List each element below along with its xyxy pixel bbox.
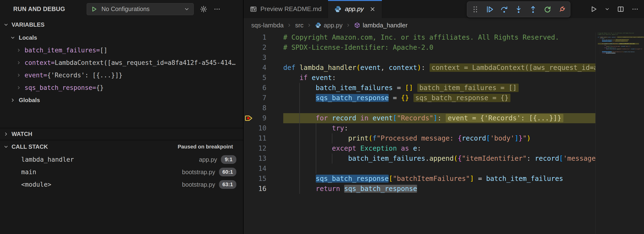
tab-preview-readme-md[interactable]: Preview README.md (244, 0, 328, 18)
code-token: except (332, 144, 360, 152)
gutter-row[interactable]: 1 (244, 32, 283, 42)
line-number: 7 (262, 93, 266, 103)
editor-gutter[interactable]: 12345678910111213141516 (244, 32, 283, 194)
debug-inline-value: batch_item_failures = [] (616, 39, 629, 40)
tab-close-button[interactable] (370, 6, 376, 12)
variable-row[interactable]: context = LambdaContext([aws_request_id=… (0, 56, 243, 69)
variable-row[interactable]: batch_item_failures = [] (0, 44, 243, 56)
code-token: record (631, 49, 634, 49)
code-line-6[interactable]: batch_item_failures = []batch_item_failu… (283, 83, 596, 93)
code-line-12[interactable]: except Exception as e: (283, 143, 596, 153)
minimap-divider (596, 32, 596, 234)
gutter-row[interactable]: 15 (244, 174, 283, 184)
continue-button[interactable] (484, 3, 496, 16)
code-token: { (458, 154, 462, 162)
gutter-row[interactable]: 10 (244, 123, 283, 133)
code-line-8[interactable] (283, 103, 596, 113)
code-line-15[interactable]: sqs_batch_response["batchItemFailures"] … (283, 174, 596, 184)
variable-row[interactable]: sqs_batch_response = {} (0, 81, 243, 94)
code-content[interactable]: # Copyright Amazon.com, Inc. or its affi… (283, 32, 596, 194)
breadcrumb-item-src[interactable]: src (295, 22, 304, 29)
disconnect-button[interactable] (556, 3, 568, 16)
gear-icon[interactable] (200, 5, 207, 13)
code-line-11[interactable]: print(f"Processed message: {record['body… (283, 133, 596, 143)
code-content[interactable]: # Copyright Amazon.com, Inc. or its affi… (598, 32, 639, 54)
scope-locals[interactable]: Locals (0, 31, 243, 44)
call-stack-section-header[interactable]: CALL STACK Paused on breakpoint (0, 140, 243, 153)
breadcrumb-item-sqs-lambda[interactable]: sqs-lambda (251, 22, 284, 29)
gutter-row[interactable]: 6 (244, 83, 283, 93)
stack-frame-row[interactable]: <module>bootstrap.py63:1 (0, 178, 243, 191)
gutter-row[interactable]: 14 (244, 164, 283, 174)
restart-button[interactable] (541, 3, 554, 16)
stack-frame-row[interactable]: lambda_handlerapp.py9:1 (0, 153, 243, 166)
run-button[interactable] (590, 5, 597, 13)
tab-app-py[interactable]: app.py (328, 0, 382, 18)
breadcrumb-item-app-py[interactable]: app.py (315, 22, 342, 29)
run-dropdown-chevron[interactable] (604, 6, 610, 12)
watch-section-header[interactable]: WATCH (0, 128, 243, 140)
variables-section-header[interactable]: VARIABLES (0, 18, 243, 31)
gutter-row[interactable]: 2 (244, 42, 283, 53)
start-debug-icon[interactable] (91, 6, 98, 12)
code-token (598, 38, 600, 39)
code-line-1[interactable]: # Copyright Amazon.com, Inc. or its affi… (283, 32, 596, 42)
variable-row[interactable]: event = {'Records': [{...}]} (0, 69, 243, 81)
minimap[interactable]: # Copyright Amazon.com, Inc. or its affi… (598, 32, 644, 205)
step-into-button[interactable] (512, 3, 525, 16)
code-token: ) (642, 49, 642, 49)
code-token: = (623, 51, 625, 52)
code-line-5[interactable]: if event: (283, 73, 596, 83)
gutter-row[interactable]: 9 (244, 113, 283, 123)
chevron-down-icon (3, 144, 9, 149)
code-line-10[interactable]: try: (283, 123, 596, 133)
code-token: Exception (360, 144, 397, 152)
indent-guide (316, 143, 316, 153)
gutter-row[interactable]: 3 (244, 53, 283, 63)
code-line-14[interactable] (283, 164, 596, 174)
indent-guide (316, 164, 316, 174)
gutter-row[interactable]: 5 (244, 73, 283, 83)
stack-frame-row[interactable]: mainbootstrap.py60:1 (0, 166, 243, 178)
gutter-row[interactable]: 4 (244, 63, 283, 73)
close-icon[interactable] (370, 6, 376, 12)
more-actions-icon[interactable] (214, 5, 221, 13)
step-into-icon (514, 5, 523, 13)
debug-inline-value: context = LambdaContext([aws_request_id=… (617, 36, 644, 38)
step-out-button[interactable] (527, 3, 539, 16)
code-line-16[interactable]: return sqs_batch_response (283, 184, 596, 194)
split-editor-button[interactable] (617, 5, 624, 13)
frame-name: lambda_handler (21, 156, 74, 163)
gutter-row[interactable]: 8 (244, 103, 283, 113)
toolbar-drag-handle[interactable] (469, 3, 482, 16)
gear-icon[interactable] (200, 5, 207, 13)
breadcrumb-item-lambda-handler[interactable]: lambda_handler (354, 22, 408, 29)
code-editor[interactable]: 12345678910111213141516 # Copyright Amaz… (244, 32, 644, 234)
breakpoint-current-line-icon[interactable] (245, 115, 254, 122)
step-over-button[interactable] (498, 3, 510, 16)
chevron-down-icon (10, 35, 16, 40)
code-line-4[interactable]: def lambda_handler(event, context):conte… (283, 63, 596, 73)
scope-globals[interactable]: Globals (0, 94, 243, 107)
start-debug-icon[interactable] (91, 6, 98, 12)
line-number: 8 (262, 103, 266, 113)
gutter-row[interactable]: 7 (244, 93, 283, 103)
indent-guide (300, 93, 300, 103)
debug-config-dropdown[interactable]: No Configurations (87, 3, 194, 15)
gutter-row[interactable]: 11 (244, 133, 283, 143)
gutter-row[interactable]: 12 (244, 143, 283, 153)
code-line-9[interactable]: for record in event["Records"]:event = {… (283, 113, 596, 123)
code-line-7[interactable]: sqs_batch_response = {}sqs_batch_respons… (283, 93, 596, 103)
code-line-2[interactable]: # SPDX-License-Identifier: Apache-2.0 (283, 42, 596, 53)
gutter-row[interactable]: 13 (244, 153, 283, 164)
code-line-3[interactable] (283, 53, 596, 63)
gutter-row[interactable]: 16 (244, 184, 283, 194)
code-token: for (602, 43, 604, 44)
chevron-right-icon (346, 23, 351, 28)
more-actions-icon[interactable] (214, 5, 221, 13)
code-token: 'body' (490, 134, 514, 142)
code-line-13[interactable]: batch_item_failures.append({"itemIdentif… (283, 153, 596, 164)
chevron-right-icon (16, 73, 21, 78)
editor-more-actions-button[interactable] (632, 5, 639, 13)
markdown-preview-icon (250, 5, 257, 13)
